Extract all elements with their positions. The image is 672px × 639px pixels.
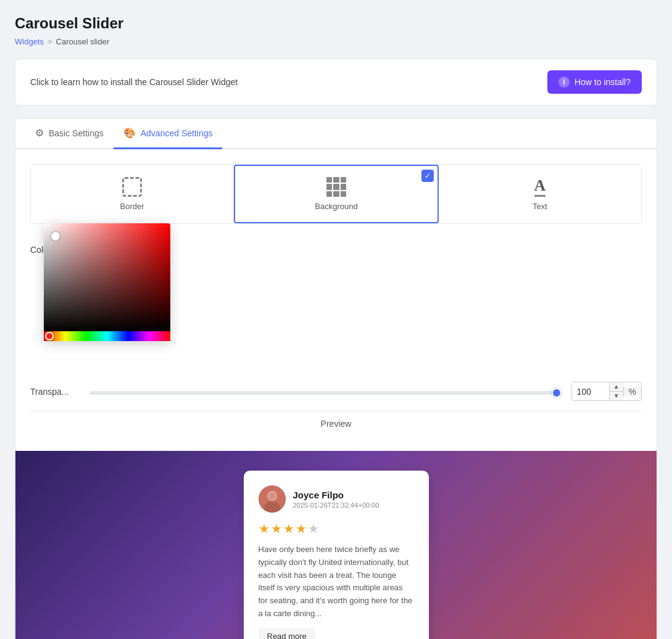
tab-advanced-settings[interactable]: 🎨 Advanced Settings (114, 118, 223, 149)
type-card-border[interactable]: Border (31, 165, 234, 223)
breadcrumb-current: Carousel slider (56, 37, 110, 46)
tab-basic-settings[interactable]: ⚙ Basic Settings (25, 118, 114, 149)
carousel-preview: Joyce Filpo 2025-01-26T21:32:44+00:00 ★ … (15, 451, 657, 639)
transparency-slider[interactable] (89, 391, 562, 395)
color-hue-bar[interactable] (44, 331, 170, 341)
review-text: Have only been here twice briefly as we … (259, 543, 414, 620)
transparency-label: Transpa... (30, 387, 80, 397)
info-icon: i (558, 76, 570, 88)
transparency-row: Transpa... 100 ▲ ▼ % (30, 382, 642, 401)
install-banner: Click to learn how to install the Carous… (15, 59, 657, 105)
background-icon (326, 177, 346, 197)
settings-panel: ⚙ Basic Settings 🎨 Advanced Settings Bor… (15, 118, 657, 639)
type-card-text[interactable]: A Text (439, 165, 641, 223)
gear-icon: ⚙ (35, 127, 44, 139)
tabs-row: ⚙ Basic Settings 🎨 Advanced Settings (15, 118, 657, 149)
reviewer-name: Joyce Filpo (293, 490, 414, 500)
star-2: ★ (271, 521, 282, 536)
border-card-label: Border (120, 202, 144, 211)
star-4: ★ (296, 521, 307, 536)
read-more-button[interactable]: Read more (259, 628, 315, 639)
install-button-label: How to install? (575, 77, 631, 87)
transparency-input[interactable]: 100 (572, 383, 609, 400)
review-card: Joyce Filpo 2025-01-26T21:32:44+00:00 ★ … (244, 471, 429, 639)
reviewer-date: 2025-01-26T21:32:44+00:00 (293, 501, 414, 509)
tab-basic-label: Basic Settings (49, 128, 104, 138)
type-cards: Border ✓ (30, 164, 642, 224)
reviewer-info: Joyce Filpo 2025-01-26T21:32:44+00:00 (293, 490, 414, 509)
border-icon (122, 177, 142, 197)
hue-handle[interactable] (45, 332, 54, 340)
tab-advanced-label: Advanced Settings (141, 128, 213, 138)
star-5: ★ (308, 521, 319, 536)
review-header: Joyce Filpo 2025-01-26T21:32:44+00:00 (259, 485, 414, 513)
stepper-up-button[interactable]: ▲ (610, 382, 623, 392)
page-title: Carousel Slider (15, 15, 657, 32)
color-gradient-area[interactable] (44, 223, 170, 331)
star-1: ★ (259, 521, 270, 536)
text-card-label: Text (533, 202, 547, 211)
star-3: ★ (283, 521, 294, 536)
transparency-slider-wrap (89, 386, 562, 397)
breadcrumb-parent[interactable]: Widgets (15, 37, 44, 46)
color-picker-popup (44, 223, 170, 341)
text-type-icon: A (534, 178, 546, 197)
transparency-input-wrap: 100 ▲ ▼ % (571, 382, 642, 401)
stepper-down-button[interactable]: ▼ (610, 392, 623, 400)
background-card-label: Background (315, 202, 357, 211)
reviewer-avatar (259, 485, 286, 513)
star-rating: ★ ★ ★ ★ ★ (259, 521, 414, 536)
picker-handle[interactable] (51, 232, 60, 241)
settings-content: Border ✓ (15, 149, 657, 451)
how-to-install-button[interactable]: i How to install? (547, 70, 642, 94)
palette-icon: 🎨 (123, 127, 136, 139)
breadcrumb: Widgets > Carousel slider (15, 37, 657, 46)
type-card-background[interactable]: ✓ Backg (234, 165, 439, 223)
breadcrumb-separator: > (48, 37, 52, 46)
install-banner-text: Click to learn how to install the Carous… (30, 77, 238, 87)
preview-label: Preview (30, 411, 642, 436)
svg-point-3 (268, 492, 276, 500)
transparency-stepper: ▲ ▼ (609, 382, 623, 400)
selected-checkmark: ✓ (421, 170, 434, 182)
percent-label: % (623, 387, 641, 397)
